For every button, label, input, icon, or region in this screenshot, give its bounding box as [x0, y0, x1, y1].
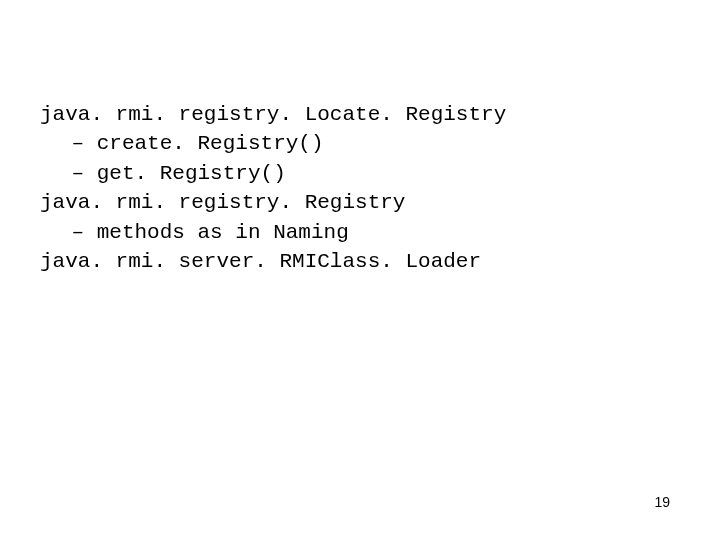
code-line-6: java. rmi. server. RMIClass. Loader — [40, 247, 680, 276]
code-line-1: java. rmi. registry. Locate. Registry — [40, 100, 680, 129]
code-line-3: – get. Registry() — [40, 159, 680, 188]
code-line-4: java. rmi. registry. Registry — [40, 188, 680, 217]
code-line-5: – methods as in Naming — [40, 218, 680, 247]
code-line-2: – create. Registry() — [40, 129, 680, 158]
slide-content: java. rmi. registry. Locate. Registry – … — [40, 100, 680, 276]
page-number: 19 — [654, 494, 670, 510]
